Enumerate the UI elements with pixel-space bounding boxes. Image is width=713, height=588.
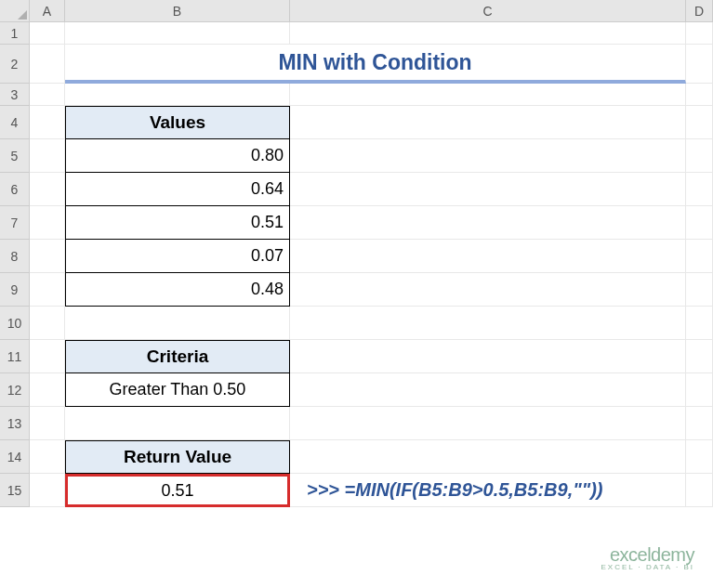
cell-A2[interactable] bbox=[30, 45, 65, 84]
row-header-4[interactable]: 4 bbox=[0, 106, 30, 139]
cell-A9[interactable] bbox=[30, 273, 65, 307]
row-header-2[interactable]: 2 bbox=[0, 45, 30, 84]
watermark-tag: EXCEL · DATA · BI bbox=[601, 564, 694, 571]
cell-D7[interactable] bbox=[686, 206, 713, 240]
cell-C11[interactable] bbox=[290, 340, 686, 373]
value-cell-4[interactable]: 0.07 bbox=[65, 240, 290, 273]
cell-C3[interactable] bbox=[290, 84, 686, 106]
page-title[interactable]: MIN with Condition bbox=[65, 45, 686, 84]
row-header-1[interactable]: 1 bbox=[0, 22, 30, 45]
return-header[interactable]: Return Value bbox=[65, 440, 290, 474]
row-header-8[interactable]: 8 bbox=[0, 240, 30, 273]
cell-A8[interactable] bbox=[30, 240, 65, 273]
col-header-A[interactable]: A bbox=[30, 0, 65, 22]
values-header[interactable]: Values bbox=[65, 106, 290, 139]
cell-A7[interactable] bbox=[30, 206, 65, 240]
formula-annotation: >>> =MIN(IF(B5:B9>0.5,B5:B9,"")) bbox=[290, 474, 686, 507]
cell-D11[interactable] bbox=[686, 340, 713, 373]
cell-A11[interactable] bbox=[30, 340, 65, 373]
cell-A10[interactable] bbox=[30, 307, 65, 340]
cell-C14[interactable] bbox=[290, 440, 686, 474]
row-header-12[interactable]: 12 bbox=[0, 373, 30, 407]
cell-C9[interactable] bbox=[290, 273, 686, 307]
cell-D1[interactable] bbox=[686, 22, 713, 45]
row-header-5[interactable]: 5 bbox=[0, 139, 30, 173]
cell-D2[interactable] bbox=[686, 45, 713, 84]
cell-C1[interactable] bbox=[290, 22, 686, 45]
cell-C8[interactable] bbox=[290, 240, 686, 273]
cell-C5[interactable] bbox=[290, 139, 686, 173]
cell-D9[interactable] bbox=[686, 273, 713, 307]
cell-C4[interactable] bbox=[290, 106, 686, 139]
criteria-value[interactable]: Greater Than 0.50 bbox=[65, 373, 290, 407]
spreadsheet-grid: A B C D 1 2 MIN with Condition 3 4 Value… bbox=[0, 0, 713, 507]
row-header-11[interactable]: 11 bbox=[0, 340, 30, 373]
cell-D13[interactable] bbox=[686, 407, 713, 440]
select-all-corner[interactable] bbox=[0, 0, 30, 22]
cell-A13[interactable] bbox=[30, 407, 65, 440]
cell-B1[interactable] bbox=[65, 22, 290, 45]
row-header-3[interactable]: 3 bbox=[0, 84, 30, 106]
cell-A4[interactable] bbox=[30, 106, 65, 139]
cell-C6[interactable] bbox=[290, 173, 686, 206]
row-header-15[interactable]: 15 bbox=[0, 474, 30, 507]
col-header-B[interactable]: B bbox=[65, 0, 290, 22]
watermark: eexceldemyxceldemy EXCEL · DATA · BI bbox=[601, 545, 694, 571]
cell-A5[interactable] bbox=[30, 139, 65, 173]
cell-D5[interactable] bbox=[686, 139, 713, 173]
row-header-7[interactable]: 7 bbox=[0, 206, 30, 240]
cell-D15[interactable] bbox=[686, 474, 713, 507]
cell-A1[interactable] bbox=[30, 22, 65, 45]
cell-A12[interactable] bbox=[30, 373, 65, 407]
row-header-9[interactable]: 9 bbox=[0, 273, 30, 307]
cell-C7[interactable] bbox=[290, 206, 686, 240]
cell-D4[interactable] bbox=[686, 106, 713, 139]
cell-C10[interactable] bbox=[290, 307, 686, 340]
cell-B3[interactable] bbox=[65, 84, 290, 106]
row-header-13[interactable]: 13 bbox=[0, 407, 30, 440]
cell-D8[interactable] bbox=[686, 240, 713, 273]
cell-B10[interactable] bbox=[65, 307, 290, 340]
cell-B13[interactable] bbox=[65, 407, 290, 440]
col-header-D[interactable]: D bbox=[686, 0, 713, 22]
value-cell-2[interactable]: 0.64 bbox=[65, 173, 290, 206]
value-cell-1[interactable]: 0.80 bbox=[65, 139, 290, 173]
col-header-C[interactable]: C bbox=[290, 0, 686, 22]
cell-C12[interactable] bbox=[290, 373, 686, 407]
row-header-6[interactable]: 6 bbox=[0, 173, 30, 206]
cell-D10[interactable] bbox=[686, 307, 713, 340]
cell-D6[interactable] bbox=[686, 173, 713, 206]
value-cell-3[interactable]: 0.51 bbox=[65, 206, 290, 240]
cell-D3[interactable] bbox=[686, 84, 713, 106]
row-header-10[interactable]: 10 bbox=[0, 307, 30, 340]
return-value[interactable]: 0.51 bbox=[65, 474, 290, 507]
criteria-header[interactable]: Criteria bbox=[65, 340, 290, 373]
watermark-brand: eexceldemyxceldemy bbox=[601, 545, 694, 564]
cell-A3[interactable] bbox=[30, 84, 65, 106]
cell-D14[interactable] bbox=[686, 440, 713, 474]
cell-A15[interactable] bbox=[30, 474, 65, 507]
value-cell-5[interactable]: 0.48 bbox=[65, 273, 290, 307]
cell-C13[interactable] bbox=[290, 407, 686, 440]
cell-A14[interactable] bbox=[30, 440, 65, 474]
cell-D12[interactable] bbox=[686, 373, 713, 407]
row-header-14[interactable]: 14 bbox=[0, 440, 30, 474]
cell-A6[interactable] bbox=[30, 173, 65, 206]
